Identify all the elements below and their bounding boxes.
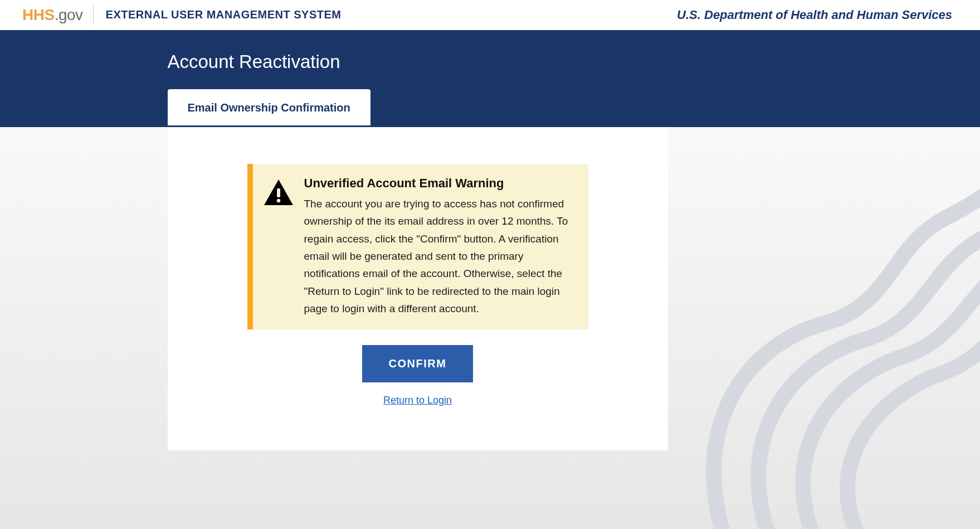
page-title: Account Reactivation [168,51,668,72]
site-logo[interactable]: HHS.gov [22,6,83,24]
svg-point-1 [276,199,280,202]
system-title: EXTERNAL USER MANAGEMENT SYSTEM [106,8,342,21]
alert-body: The account you are trying to access has… [304,195,573,317]
alert-title: Unverified Account Email Warning [304,176,573,191]
logo-hhs-text: HHS [22,6,55,23]
main-content-card: Unverified Account Email Warning The acc… [168,127,668,450]
svg-rect-0 [277,188,280,197]
warning-icon [263,178,294,208]
department-title: U.S. Department of Health and Human Serv… [677,8,958,22]
return-to-login-link[interactable]: Return to Login [383,395,452,406]
logo-gov-text: .gov [55,6,83,23]
actions-area: CONFIRM Return to Login [207,345,629,406]
top-header: HHS.gov EXTERNAL USER MANAGEMENT SYSTEM … [0,0,980,30]
confirm-button[interactable]: CONFIRM [362,345,474,382]
background-silhouettes [657,134,980,529]
tab-email-ownership[interactable]: Email Ownership Confirmation [168,89,370,125]
warning-alert: Unverified Account Email Warning The acc… [247,164,588,329]
page-banner: Account Reactivation Email Ownership Con… [0,30,980,127]
header-divider [93,6,94,25]
